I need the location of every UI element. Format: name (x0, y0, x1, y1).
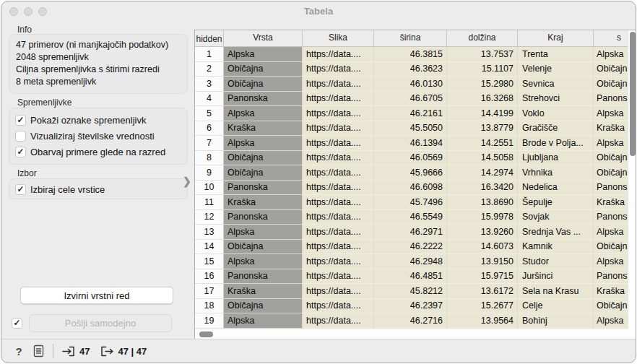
cell-kraj[interactable]: Sela na Krasu (518, 284, 594, 299)
cell-dolzina[interactable]: 16.3420 (447, 181, 518, 196)
row-number[interactable]: 4 (195, 92, 224, 107)
table-row[interactable]: 11Kraškahttps://data....45.749613.8690Še… (195, 195, 636, 210)
horizontal-scrollbar-thumb[interactable] (199, 332, 213, 337)
cell-kraj[interactable]: Sovjak (518, 210, 594, 225)
row-number[interactable]: 17 (195, 284, 224, 299)
cell-sirina[interactable]: 46.2397 (374, 299, 447, 314)
table-row[interactable]: 6Kraškahttps://data....45.505013.8779Gra… (195, 121, 636, 136)
cell-kraj[interactable]: Šepulje (518, 195, 594, 210)
cell-dolzina[interactable]: 13.9260 (447, 225, 518, 240)
cell-slika[interactable]: https://data.... (303, 210, 374, 225)
row-number[interactable]: 15 (195, 254, 224, 269)
cell-kraj[interactable]: Voklo (518, 106, 594, 121)
cell-dolzina[interactable]: 14.2974 (447, 165, 518, 181)
table-row[interactable]: 18Običajnahttps://data....46.239715.2677… (195, 299, 636, 314)
table-row[interactable]: 1Alpskahttps://data....46.381513.7537Tre… (195, 47, 636, 62)
cell-vrsta[interactable]: Alpska (224, 136, 303, 151)
cell-vrsta[interactable]: Alpska (224, 47, 303, 62)
cell-slika[interactable]: https://data.... (303, 284, 374, 299)
cell-sirina[interactable]: 46.6705 (374, 92, 447, 107)
cell-sirina[interactable]: 46.2716 (374, 313, 447, 329)
checkbox-visualize-numeric-values[interactable]: Vizualiziraj številske vrednosti (15, 128, 181, 144)
cell-vrsta[interactable]: Kraška (224, 195, 303, 210)
cell-slika[interactable]: https://data.... (303, 240, 374, 255)
row-number[interactable]: 16 (195, 269, 224, 285)
cell-slika[interactable]: https://data.... (303, 92, 374, 107)
cell-slika[interactable]: https://data.... (303, 225, 374, 240)
cell-sirina[interactable]: 46.2971 (374, 225, 447, 240)
cell-vrsta[interactable]: Panonska (224, 210, 303, 225)
cell-sirina[interactable]: 46.2222 (374, 240, 447, 255)
cell-sirina[interactable]: 46.3815 (374, 47, 447, 62)
cell-dolzina[interactable]: 15.2980 (447, 77, 518, 92)
cell-dolzina[interactable]: 13.7537 (447, 47, 518, 62)
cell-sirina[interactable]: 46.4851 (374, 269, 447, 285)
cell-dolzina[interactable]: 13.6172 (447, 284, 518, 299)
cell-dolzina[interactable]: 14.5058 (447, 151, 518, 166)
checkbox-send-automatically[interactable] (12, 318, 22, 329)
cell-kraj[interactable]: Celje (518, 299, 594, 314)
cell-sirina[interactable]: 45.5050 (374, 121, 447, 136)
row-number[interactable]: 2 (195, 62, 224, 77)
horizontal-scrollbar[interactable] (195, 329, 628, 339)
cell-dolzina[interactable]: 13.9150 (447, 254, 518, 269)
cell-kraj[interactable]: Ljubljana (518, 151, 594, 166)
table-row[interactable]: 14Običajnahttps://data....46.222214.6073… (195, 240, 636, 255)
cell-kraj[interactable]: Nedelica (518, 181, 594, 196)
cell-dolzina[interactable]: 15.9978 (447, 210, 518, 225)
checkbox-show-variable-labels[interactable]: Pokaži oznake spremenljivk (15, 112, 181, 128)
cell-slika[interactable]: https://data.... (303, 47, 374, 62)
vertical-scrollbar[interactable] (628, 30, 636, 329)
cell-kraj[interactable]: Gračišče (518, 121, 594, 136)
cell-sirina[interactable]: 46.0130 (374, 77, 447, 92)
cell-dolzina[interactable]: 14.4199 (447, 106, 518, 121)
cell-slika[interactable]: https://data.... (303, 195, 374, 210)
cell-dolzina[interactable]: 14.2551 (447, 136, 518, 151)
cell-sirina[interactable]: 46.2161 (374, 106, 447, 121)
column-header-slika[interactable]: Slika (303, 30, 374, 46)
row-number[interactable]: 8 (195, 151, 224, 166)
cell-slika[interactable]: https://data.... (303, 106, 374, 121)
checkbox-select-full-rows[interactable]: Izbiraj cele vrstice (15, 181, 181, 197)
restore-original-order-button[interactable]: Izvirni vrstni red (20, 287, 173, 304)
table-row[interactable]: 5Alpskahttps://data....46.216114.4199Vok… (195, 106, 636, 121)
cell-vrsta[interactable]: Alpska (224, 225, 303, 240)
checkbox-icon[interactable] (15, 131, 26, 142)
cell-kraj[interactable]: Strehovci (518, 92, 594, 107)
cell-sirina[interactable]: 46.6098 (374, 181, 447, 196)
table-row[interactable]: 17Kraškahttps://data....45.821213.6172Se… (195, 284, 636, 299)
cell-kraj[interactable]: Vrhnika (518, 165, 594, 181)
cell-dolzina[interactable]: 13.8690 (447, 195, 518, 210)
cell-slika[interactable]: https://data.... (303, 62, 374, 77)
collapse-panel-chevron-icon[interactable]: ❯ (183, 176, 191, 187)
row-number[interactable]: 3 (195, 77, 224, 92)
table-row[interactable]: 9Običajnahttps://data....45.966614.2974V… (195, 165, 636, 181)
row-number[interactable]: 10 (195, 181, 224, 196)
cell-vrsta[interactable]: Panonska (224, 269, 303, 285)
row-number[interactable]: 9 (195, 165, 224, 181)
row-number[interactable]: 1 (195, 47, 224, 62)
cell-dolzina[interactable]: 15.2677 (447, 299, 518, 314)
cell-vrsta[interactable]: Kraška (224, 121, 303, 136)
cell-sirina[interactable]: 45.7496 (374, 195, 447, 210)
titlebar[interactable]: Tabela (1, 1, 636, 22)
cell-vrsta[interactable]: Običajna (224, 240, 303, 255)
row-number[interactable]: 13 (195, 225, 224, 240)
cell-dolzina[interactable]: 15.1107 (447, 62, 518, 77)
cell-slika[interactable]: https://data.... (303, 269, 374, 285)
table-row[interactable]: 8Običajnahttps://data....46.056914.5058L… (195, 151, 636, 166)
cell-vrsta[interactable]: Alpska (224, 106, 303, 121)
cell-vrsta[interactable]: Običajna (224, 62, 303, 77)
table-row[interactable]: 15Alpskahttps://data....46.294813.9150St… (195, 254, 636, 269)
cell-dolzina[interactable]: 13.8779 (447, 121, 518, 136)
cell-kraj[interactable]: Srednja Vas ... (518, 225, 594, 240)
cell-vrsta[interactable]: Panonska (224, 181, 303, 196)
cell-sirina[interactable]: 45.8212 (374, 284, 447, 299)
row-number[interactable]: 6 (195, 121, 224, 136)
send-automatically-button[interactable]: Pošlji samodejno (29, 314, 172, 332)
cell-kraj[interactable]: Kamnik (518, 240, 594, 255)
table-row[interactable]: 7Alpskahttps://data....46.139414.2551Bro… (195, 136, 636, 151)
cell-slika[interactable]: https://data.... (303, 77, 374, 92)
cell-slika[interactable]: https://data.... (303, 181, 374, 196)
table-row[interactable]: 12Panonskahttps://data....46.554915.9978… (195, 210, 636, 225)
